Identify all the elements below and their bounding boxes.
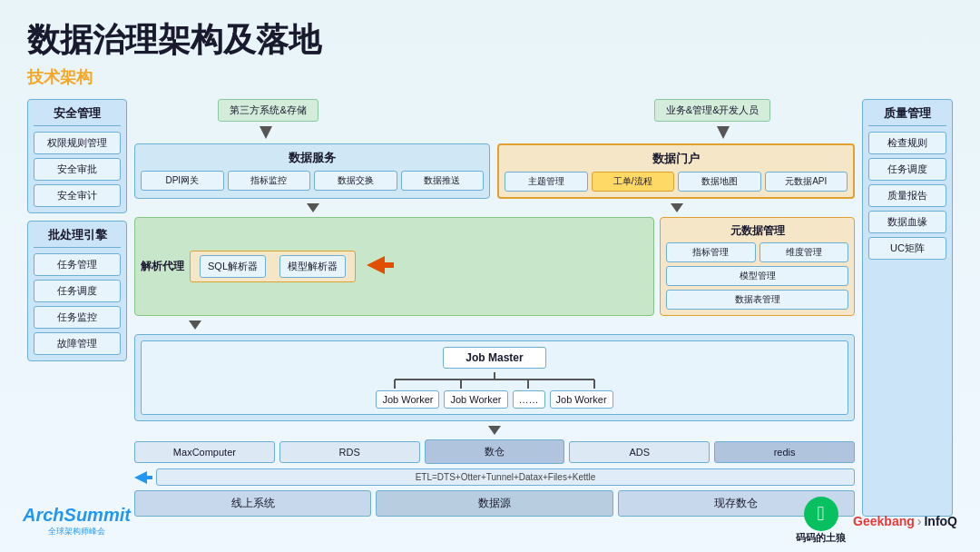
right-branding:  码码的土狼 Geekbang › InfoQ [796, 497, 957, 545]
batch-processing-section: Job Master Job Wo [134, 334, 855, 421]
meta-dimension: 维度管理 [760, 242, 849, 262]
page-subtitle: 技术架构 [27, 66, 953, 88]
service-item-push: 数据推送 [401, 171, 485, 191]
data-portal-title: 数据门户 [505, 151, 848, 167]
meta-inner: 元数据管理 指标管理 维度管理 模型管理 数据表管理 [660, 217, 855, 316]
arrow-service-down-icon [307, 203, 319, 212]
parse-inner: 解析代理 SQL解析器 模型解析器 [134, 217, 654, 316]
parse-meta-row: 解析代理 SQL解析器 模型解析器 [134, 217, 855, 316]
batch-item-1: 任务管理 [34, 253, 121, 276]
arrow-to-batch-icon [189, 320, 201, 330]
storage-maxcomputer: MaxComputer [134, 441, 275, 463]
job-worker-dots: …… [513, 390, 545, 409]
arch-summit-sub: 全球架构师峰会 [48, 526, 105, 537]
meta-row3: 数据表管理 [666, 290, 848, 310]
svg-marker-4 [367, 256, 394, 274]
etl-row: ETL=DTS+Otter+Tunnel+Datax+Files+Kettle [134, 468, 855, 486]
job-worker-3: Job Worker [550, 390, 613, 409]
geekbang-text: Geekbang [853, 514, 915, 528]
arch-summit-logo: ArchSummit 全球架构师峰会 [23, 505, 131, 537]
main-container: 数据治理架构及落地 技术架构 安全管理 权限规则管理 安全审批 安全审计 批处理… [0, 0, 980, 552]
batch-engine-box: 批处理引擎 任务管理 任务调度 任务监控 故障管理 [27, 221, 127, 361]
arrow-down-right-icon [717, 126, 730, 139]
job-workers-row: Job Worker Job Worker …… Job Worker [147, 390, 842, 409]
portal-item-workflow: 工单/流程 [592, 172, 675, 192]
security-item-1: 权限规则管理 [34, 132, 121, 154]
left-arrow-icon [367, 256, 394, 278]
quality-title: 质量管理 [868, 105, 946, 126]
business-users: 业务&管理&开发人员 [654, 99, 771, 122]
job-worker-1: Job Worker [376, 390, 439, 409]
svg-marker-0 [260, 126, 272, 139]
svg-marker-12 [488, 426, 501, 435]
tree-lines-icon [358, 372, 631, 389]
security-title: 安全管理 [34, 105, 121, 126]
right-sidebar: 质量管理 检查规则 任务调度 质量报告 数据血缘 UC矩阵 [862, 99, 953, 517]
geekbang-infoq: Geekbang › InfoQ [853, 514, 957, 528]
arch-summit-text: ArchSummit [23, 505, 131, 526]
model-analyzer: 模型解析器 [279, 255, 346, 278]
batch-inner: Job Master Job Wo [141, 340, 848, 415]
infoq-text: InfoQ [924, 514, 957, 528]
services-portal-row: 数据服务 DPI网关 指标监控 数据交换 数据推送 数据门户 主题管理 工单/流… [134, 143, 855, 199]
diagram-wrapper: 安全管理 权限规则管理 安全审批 安全审计 批处理引擎 任务管理 任务调度 任务… [27, 99, 953, 517]
arrow-portal-down-icon [671, 203, 683, 212]
portal-item-theme: 主题管理 [505, 172, 588, 192]
center-column: 第三方系统&存储 业务&管理&开发人员 数据服务 DPI网关 [134, 99, 855, 517]
storage-section: MaxComputer RDS 数仓 ADS redis [134, 439, 855, 464]
svg-marker-3 [671, 203, 683, 212]
quality-management-box: 质量管理 检查规则 任务调度 质量报告 数据血缘 UC矩阵 [862, 99, 953, 517]
parse-analyzers-inner: SQL解析器 模型解析器 [190, 251, 356, 282]
meta-index: 指标管理 [666, 242, 756, 262]
sql-analyzer: SQL解析器 [200, 255, 266, 278]
quality-item-5: UC矩阵 [868, 237, 946, 260]
batch-item-3: 任务监控 [34, 306, 121, 329]
quality-item-2: 任务调度 [868, 158, 946, 181]
bottom-logos-bar: ArchSummit 全球架构师峰会  码码的土狼 Geekbang › In… [0, 497, 980, 545]
etl-left-arrow-icon [134, 471, 152, 484]
storage-redis: redis [714, 441, 855, 463]
external-systems-row: 第三方系统&存储 业务&管理&开发人员 [134, 99, 855, 122]
service-item-dpi: DPI网关 [141, 171, 224, 191]
meta-table: 数据表管理 [666, 290, 848, 310]
svg-marker-13 [134, 471, 152, 484]
meta-row2: 模型管理 [666, 266, 848, 286]
security-item-3: 安全审计 [34, 184, 121, 207]
batch-item-4: 故障管理 [34, 332, 121, 355]
quality-item-4: 数据血缘 [868, 211, 946, 233]
page-title: 数据治理架构及落地 [27, 18, 953, 63]
service-item-exchange: 数据交换 [314, 171, 397, 191]
portal-item-map: 数据地图 [678, 172, 761, 192]
data-portal-items: 主题管理 工单/流程 数据地图 元数据API [505, 172, 848, 192]
meta-title: 元数据管理 [666, 223, 848, 239]
data-service-title: 数据服务 [141, 150, 484, 166]
wechat-icon:  [804, 497, 838, 531]
batch-engine-title: 批处理引擎 [34, 227, 121, 248]
job-master-row: Job Master [147, 347, 842, 369]
svg-marker-1 [717, 126, 730, 139]
meta-model: 模型管理 [666, 266, 848, 286]
meta-management-section: 元数据管理 指标管理 维度管理 模型管理 数据表管理 [660, 217, 855, 316]
storage-rds: RDS [279, 441, 420, 463]
parse-proxy-label: 解析代理 [141, 259, 184, 274]
data-service-items: DPI网关 指标监控 数据交换 数据推送 [141, 171, 484, 191]
wechat-brand:  码码的土狼 [796, 497, 846, 545]
service-item-monitor: 指标监控 [228, 171, 311, 191]
left-sidebar: 安全管理 权限规则管理 安全审批 安全审计 批处理引擎 任务管理 任务调度 任务… [27, 99, 127, 517]
quality-item-1: 检查规则 [868, 132, 946, 154]
quality-item-3: 质量报告 [868, 184, 946, 207]
svg-marker-5 [189, 320, 201, 330]
logo-separator: › [917, 514, 922, 528]
data-service-box: 数据服务 DPI网关 指标监控 数据交换 数据推送 [134, 143, 490, 199]
storage-shucang: 数仓 [425, 439, 565, 464]
job-master-box: Job Master [443, 347, 545, 369]
data-portal-box: 数据门户 主题管理 工单/流程 数据地图 元数据API [497, 143, 855, 199]
etl-label: ETL=DTS+Otter+Tunnel+Datax+Files+Kettle [156, 468, 855, 486]
arrow-down-left-icon [260, 126, 272, 139]
security-management-box: 安全管理 权限规则管理 安全审批 安全审计 [27, 99, 127, 213]
job-worker-2: Job Worker [444, 390, 507, 409]
meta-row1: 指标管理 维度管理 [666, 242, 848, 262]
security-item-2: 安全审批 [34, 158, 121, 181]
storage-ads: ADS [569, 441, 710, 463]
svg-marker-2 [307, 203, 319, 212]
